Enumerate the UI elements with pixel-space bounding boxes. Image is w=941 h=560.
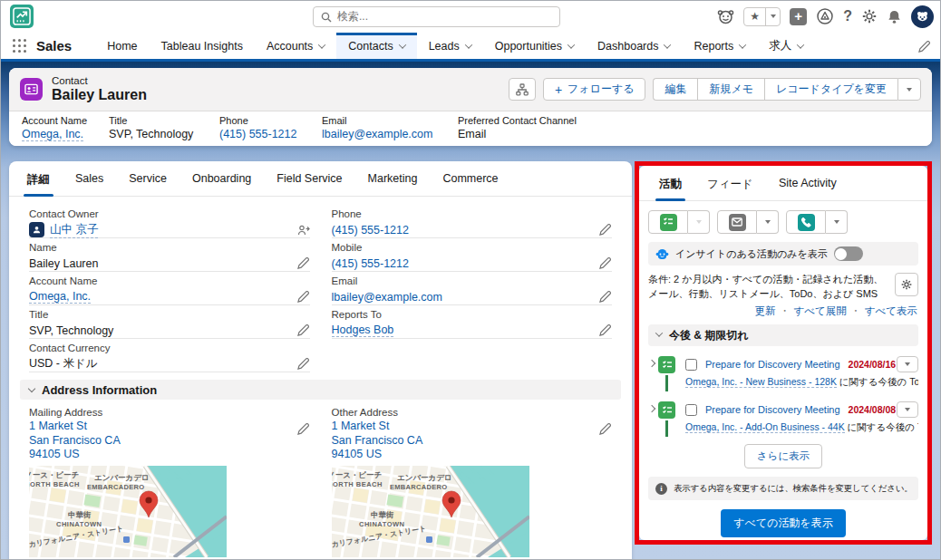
view-all-activities-button[interactable]: すべての活動を表示	[721, 509, 845, 537]
mailing-address-link[interactable]: San Francisco CA	[29, 434, 310, 449]
nav-edit-pencil-icon[interactable]	[918, 41, 930, 53]
einstein-assistant-icon[interactable]	[717, 8, 734, 25]
insight-toggle[interactable]	[834, 246, 863, 261]
hierarchy-button[interactable]	[509, 78, 536, 101]
show-more-button[interactable]: さらに表示	[744, 444, 822, 468]
user-avatar[interactable]	[911, 5, 934, 28]
contact-entity-icon	[20, 78, 43, 101]
nav-tab-contacts[interactable]: Contacts	[336, 33, 416, 59]
tab-service[interactable]: Service	[116, 161, 179, 196]
expand-chevron-icon[interactable]	[648, 405, 655, 412]
address-information-section-header[interactable]: Address Information	[20, 380, 621, 400]
tab-activity[interactable]: 活動	[646, 166, 694, 200]
task-due-date: 2024/08/08	[849, 404, 897, 415]
refresh-link[interactable]: 更新	[755, 305, 776, 316]
favorites-dropdown-icon[interactable]	[765, 8, 780, 25]
expand-all-link[interactable]: すべて展開	[793, 305, 846, 316]
more-actions-dropdown[interactable]	[897, 78, 921, 101]
app-name[interactable]: Sales	[36, 38, 72, 53]
other-address-link[interactable]: 1 Market St	[332, 420, 613, 434]
setup-gear-icon[interactable]	[861, 8, 878, 24]
edit-pencil-icon[interactable]	[599, 291, 612, 304]
related-opportunity-link[interactable]: Omega, Inc. - New Business - 128K	[685, 376, 837, 388]
reports-to-link[interactable]: Hodges Bob	[332, 323, 394, 337]
summary-label: Phone	[219, 115, 322, 126]
task-dropdown-button[interactable]	[688, 210, 710, 234]
owner-link[interactable]: 山中 京子	[50, 222, 98, 238]
task-checkbox[interactable]	[685, 404, 697, 416]
edit-pencil-icon[interactable]	[599, 224, 612, 237]
tab-onboarding[interactable]: Onboarding	[179, 161, 264, 196]
change-record-type-button[interactable]: レコードタイプを変更	[764, 78, 897, 101]
tab-marketing[interactable]: Marketing	[355, 161, 431, 196]
email-button[interactable]	[717, 210, 757, 234]
tab-site-activity[interactable]: Site Activity	[766, 166, 849, 200]
expand-chevron-icon[interactable]	[648, 360, 655, 367]
email-dropdown-button[interactable]	[757, 210, 779, 234]
nav-tab-tableau-insights[interactable]: Tableau Insights	[150, 33, 255, 59]
task-actions-dropdown[interactable]	[897, 356, 918, 372]
app-launcher-icon[interactable]	[13, 39, 27, 53]
summary-account-link[interactable]: Omega, Inc.	[22, 128, 83, 141]
global-actions-plus-icon[interactable]: +	[790, 8, 807, 25]
nav-tab-accounts[interactable]: Accounts	[255, 33, 336, 59]
field-title: Title SVP, Technology	[29, 305, 310, 339]
edit-pencil-icon[interactable]	[599, 324, 612, 337]
task-title-link[interactable]: Prepare for Discovery Meeting	[705, 359, 840, 370]
task-title-link[interactable]: Prepare for Discovery Meeting	[705, 404, 840, 415]
favorites-control[interactable]: ★	[743, 7, 781, 26]
nav-tab-leads[interactable]: Leads	[417, 33, 483, 59]
notifications-bell-icon[interactable]	[887, 9, 902, 24]
help-icon[interactable]: ?	[843, 8, 852, 24]
view-all-link[interactable]: すべて表示	[865, 305, 917, 316]
edit-pencil-icon[interactable]	[297, 423, 310, 436]
insight-filter-bar: インサイトのある活動のみを表示	[648, 242, 918, 266]
global-search-input[interactable]: 検索...	[313, 6, 560, 27]
edit-button[interactable]: 編集	[653, 78, 697, 101]
phone-link[interactable]: (415) 555-1212	[332, 224, 409, 237]
nav-tab-jobs[interactable]: 求人	[757, 33, 815, 59]
other-address-map[interactable]: ノース・ビーチ NORTH BEACH エンバーカデロ EMBARCADERO …	[332, 466, 529, 557]
nav-tab-home[interactable]: Home	[95, 33, 149, 59]
tab-details[interactable]: 詳細	[15, 161, 63, 196]
salesforce-app-logo-icon[interactable]	[10, 5, 34, 28]
upcoming-overdue-section-header[interactable]: 今後 & 期限切れ	[648, 324, 918, 346]
tab-field-service[interactable]: Field Service	[264, 161, 354, 196]
mailing-address-link[interactable]: 1 Market St	[29, 420, 310, 434]
edit-pencil-icon[interactable]	[297, 358, 310, 371]
related-opportunity-link[interactable]: Omega, Inc. - Add-On Business - 44K	[685, 421, 845, 433]
mailing-address-map[interactable]: ノース・ビーチ NORTH BEACH エンバーカデロ EMBARCADERO …	[29, 466, 227, 557]
edit-pencil-icon[interactable]	[297, 324, 310, 337]
email-control	[717, 210, 779, 234]
email-link[interactable]: lbailey@example.com	[332, 291, 442, 304]
edit-pencil-icon[interactable]	[599, 423, 612, 436]
nav-tab-dashboards[interactable]: Dashboards	[586, 33, 682, 59]
nav-tab-opportunities[interactable]: Opportunities	[483, 33, 586, 59]
mobile-link[interactable]: (415) 555-1212	[332, 257, 409, 270]
tab-feed[interactable]: フィード	[694, 166, 766, 200]
task-actions-dropdown[interactable]	[897, 401, 918, 418]
edit-pencil-icon[interactable]	[599, 257, 612, 270]
other-address-link[interactable]: San Francisco CA	[332, 434, 613, 449]
summary-email-link[interactable]: lbailey@example.com	[322, 128, 432, 140]
new-task-button[interactable]	[648, 210, 688, 234]
log-call-button[interactable]	[786, 210, 826, 234]
edit-pencil-icon[interactable]	[297, 291, 310, 304]
guidance-center-icon[interactable]	[816, 7, 834, 25]
summary-phone-link[interactable]: (415) 555-1212	[219, 128, 296, 140]
edit-pencil-icon[interactable]	[297, 257, 310, 270]
tab-commerce[interactable]: Commerce	[430, 161, 510, 196]
summary-title-value: SVP, Technology	[109, 128, 219, 140]
tab-sales[interactable]: Sales	[63, 161, 116, 196]
other-address-link[interactable]: 94105 US	[332, 448, 613, 462]
call-dropdown-button[interactable]	[826, 210, 848, 234]
new-note-button[interactable]: 新規メモ	[697, 78, 764, 101]
change-owner-icon[interactable]	[297, 224, 310, 237]
account-link[interactable]: Omega, Inc.	[29, 290, 91, 304]
follow-button[interactable]: +フォローする	[543, 78, 646, 101]
task-checkbox[interactable]	[685, 359, 697, 371]
favorites-star-icon[interactable]: ★	[744, 8, 765, 25]
mailing-address-link[interactable]: 94105 US	[29, 448, 310, 462]
nav-tab-reports[interactable]: Reports	[682, 33, 757, 59]
activity-filter-settings-button[interactable]	[895, 273, 918, 296]
